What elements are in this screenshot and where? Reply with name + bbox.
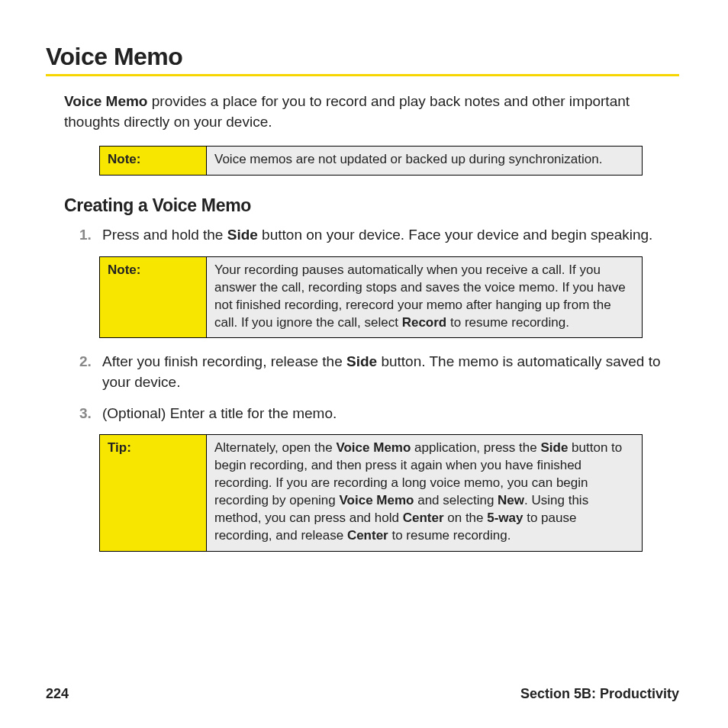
note-box-2: Note: Your recording pauses automaticall… <box>99 256 643 339</box>
step-text: Press and hold the Side button on your d… <box>102 225 679 246</box>
tip-box: Tip: Alternately, open the Voice Memo ap… <box>99 434 643 552</box>
step-3: 3. (Optional) Enter a title for the memo… <box>79 404 679 424</box>
page-number: 224 <box>46 686 69 702</box>
note-body: Voice memos are not updated or backed up… <box>207 147 642 175</box>
subheading: Creating a Voice Memo <box>64 195 679 216</box>
step-number: 3. <box>79 404 102 424</box>
tip-label: Tip: <box>100 435 207 551</box>
step-number: 1. <box>79 225 102 246</box>
step-1: 1. Press and hold the Side button on you… <box>79 225 679 246</box>
intro-text: provides a place for you to record and p… <box>64 93 630 130</box>
step-text: (Optional) Enter a title for the memo. <box>102 404 679 424</box>
intro-paragraph: Voice Memo provides a place for you to r… <box>64 92 679 132</box>
page-title: Voice Memo <box>46 43 679 71</box>
step-number: 2. <box>79 352 102 392</box>
title-rule <box>46 74 679 76</box>
tip-body: Alternately, open the Voice Memo applica… <box>207 435 642 551</box>
note-label: Note: <box>100 147 207 175</box>
note-box-1: Note: Voice memos are not updated or bac… <box>99 146 643 176</box>
note-label: Note: <box>100 257 207 338</box>
step-2: 2. After you finish recording, release t… <box>79 352 679 392</box>
step-text: After you finish recording, release the … <box>102 352 679 392</box>
intro-bold: Voice Memo <box>64 93 147 109</box>
note-body: Your recording pauses automatically when… <box>207 257 642 338</box>
section-label: Section 5B: Productivity <box>520 686 679 702</box>
page-footer: 224 Section 5B: Productivity <box>46 686 679 702</box>
